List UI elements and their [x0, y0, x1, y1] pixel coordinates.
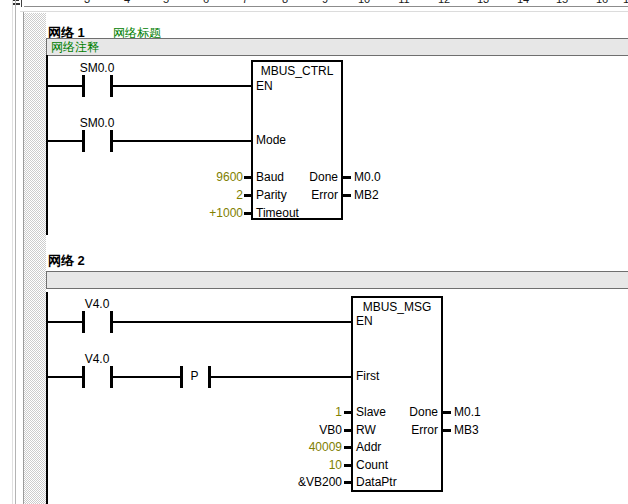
pin-timeout: Timeout: [256, 206, 299, 220]
pin-value-timeout[interactable]: +1000: [139, 206, 243, 220]
contact-bar: [82, 311, 85, 333]
pin-tick: [441, 429, 451, 432]
pin-tick: [244, 176, 251, 179]
pin-value-rw[interactable]: VB0: [238, 423, 342, 437]
pin-value-count[interactable]: 10: [238, 458, 342, 472]
network-2-comment-box[interactable]: [46, 271, 628, 289]
pin-mode: Mode: [256, 133, 286, 147]
pin-count: Count: [356, 458, 388, 472]
network-gutter[interactable]: [24, 13, 46, 504]
ruler-mark: 14: [514, 0, 532, 5]
pin-tick: [441, 411, 451, 414]
network-1-comment-box[interactable]: 网络注释: [46, 38, 628, 56]
ruler-mark: 17: [620, 0, 628, 5]
pin-done: Done: [309, 170, 338, 184]
pin-first: First: [356, 369, 379, 383]
ruler-mark: 15: [553, 0, 571, 5]
network-2-comment-text: [47, 272, 628, 273]
pin-tick: [344, 429, 351, 432]
ruler-groove-highlight: [24, 7, 628, 8]
positive-edge-contact[interactable]: P: [178, 366, 211, 388]
ruler-mark: 3: [78, 0, 96, 5]
pin-tick: [344, 446, 351, 449]
pin-value-error[interactable]: MB3: [454, 423, 479, 437]
wire-segment: [112, 140, 251, 142]
pin-value-dataptr[interactable]: &VB200: [238, 475, 342, 489]
pin-rw: RW: [356, 423, 376, 437]
no-contact[interactable]: SM0.0: [67, 61, 127, 98]
pin-en: EN: [256, 79, 273, 93]
pin-tick: [344, 481, 351, 484]
network-2-label[interactable]: 网络 2: [48, 252, 85, 270]
pin-parity: Parity: [256, 188, 287, 202]
contact-bar: [82, 75, 85, 97]
pin-error: Error: [411, 423, 438, 437]
ruler-mark: 11: [395, 0, 413, 5]
ruler-mark: 9: [316, 0, 334, 5]
ruler-mark: 12: [435, 0, 453, 5]
pin-value-parity[interactable]: 2: [139, 188, 243, 202]
contact-bar: [82, 130, 85, 152]
ruler-mark: 13: [474, 0, 492, 5]
pin-value-error[interactable]: MB2: [354, 188, 379, 202]
pin-value-baud[interactable]: 9600: [139, 170, 243, 184]
pin-addr: Addr: [356, 440, 381, 454]
ruler-mark: 16: [593, 0, 611, 5]
block-title: MBUS_CTRL: [253, 64, 341, 78]
contact-operand[interactable]: SM0.0: [67, 61, 127, 75]
contact-bar: [110, 366, 113, 388]
pin-value-done[interactable]: M0.0: [354, 170, 381, 184]
contact-bar: [110, 75, 113, 97]
pin-tick: [344, 464, 351, 467]
wire-segment: [112, 85, 251, 87]
pin-slave: Slave: [356, 405, 386, 419]
no-contact[interactable]: SM0.0: [67, 116, 127, 153]
ruler-mark: 7: [236, 0, 254, 5]
edge-contact-symbol: P: [178, 369, 211, 383]
pin-dataptr: DataPtr: [356, 475, 397, 489]
wire-segment: [211, 376, 351, 378]
panel-top-border: [20, 11, 628, 12]
pin-tick: [344, 411, 351, 414]
ruler-mark: 10: [355, 0, 373, 5]
contact-bar: [110, 130, 113, 152]
pin-tick: [341, 194, 351, 197]
pin-value-done[interactable]: M0.1: [454, 405, 481, 419]
block-title: MBUS_MSG: [353, 300, 441, 314]
ladder-editor-view: 3 4 5 6 7 8 9 10 11 12 13 14 15 16 17 网络…: [0, 0, 628, 504]
pin-value-addr[interactable]: 40009: [238, 440, 342, 454]
function-block-mbus-ctrl[interactable]: MBUS_CTRL EN Mode Baud Parity Timeout Do…: [251, 60, 343, 220]
wire-segment: [112, 321, 351, 323]
pin-value-slave[interactable]: 1: [238, 405, 342, 419]
power-rail: [46, 292, 48, 504]
pin-tick: [244, 212, 251, 215]
contact-operand[interactable]: SM0.0: [67, 116, 127, 130]
ruler-mark: 4: [118, 0, 136, 5]
pin-tick: [244, 194, 251, 197]
contact-bar: [110, 311, 113, 333]
no-contact[interactable]: V4.0: [67, 352, 127, 389]
power-rail: [46, 55, 48, 235]
toolbar-separator-fragment: [21, 0, 22, 7]
ruler-mark: 8: [276, 0, 294, 5]
pin-en: EN: [356, 314, 373, 328]
window-edge-line: [12, 0, 13, 504]
contact-operand[interactable]: V4.0: [67, 352, 127, 366]
ruler-mark: 5: [157, 0, 175, 5]
network-1-comment-text: 网络注释: [47, 39, 628, 54]
pin-baud: Baud: [256, 170, 284, 184]
panel-splitter[interactable]: [15, 0, 16, 504]
contact-bar: [82, 366, 85, 388]
pin-tick: [341, 176, 351, 179]
toolbar-clip-fragment: [13, 0, 19, 1]
no-contact[interactable]: V4.0: [67, 297, 127, 334]
function-block-mbus-msg[interactable]: MBUS_MSG EN First Slave RW Addr Count Da…: [351, 296, 443, 492]
ruler-mark: 6: [197, 0, 215, 5]
pin-done: Done: [409, 405, 438, 419]
contact-operand[interactable]: V4.0: [67, 297, 127, 311]
pin-error: Error: [311, 188, 338, 202]
